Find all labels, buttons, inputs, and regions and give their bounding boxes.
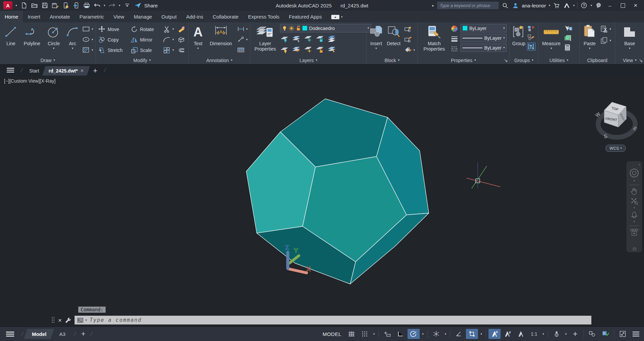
group-selection-toggle-icon[interactable]: [527, 42, 536, 51]
autodesk-logo-icon[interactable]: [563, 2, 570, 9]
object-snap-button[interactable]: [466, 329, 478, 339]
workspace-switching-button[interactable]: [551, 329, 563, 339]
model-tab[interactable]: Model: [26, 329, 52, 339]
fillet-caret[interactable]: ▾: [172, 38, 174, 41]
panel-label-draw[interactable]: Draw▾: [0, 56, 95, 64]
layer-make-current-icon[interactable]: [327, 35, 336, 42]
panel-label-utilities[interactable]: Utilities▾: [538, 56, 579, 64]
properties-panel-launcher-icon[interactable]: [504, 59, 508, 62]
mirror-button[interactable]: Mirror: [140, 37, 161, 42]
layer-unisolate-icon[interactable]: [292, 46, 301, 53]
navbar-close-icon[interactable]: ×: [638, 163, 640, 167]
dimension-button[interactable]: Dimension: [207, 24, 234, 56]
command-bar[interactable]: × ▾: [51, 316, 591, 324]
navigation-wheel-caret[interactable]: ▾: [628, 179, 640, 182]
layer-unlock-state-icon[interactable]: [296, 26, 301, 31]
layer-unlock-icon[interactable]: [315, 46, 324, 53]
dynamic-input-button[interactable]: [381, 329, 393, 339]
file-tab-close-icon[interactable]: ×: [80, 68, 83, 74]
polyline-button[interactable]: Polyline: [22, 24, 42, 56]
annotation-autoscale-button[interactable]: [502, 329, 514, 339]
save-as-icon[interactable]: [52, 2, 59, 9]
leader-caret[interactable]: ▾: [246, 38, 248, 41]
array-caret[interactable]: ▾: [172, 49, 174, 52]
ungroup-icon[interactable]: [527, 25, 536, 32]
layer-off-icon[interactable]: [280, 35, 289, 42]
dimension-linear-caret[interactable]: ▾: [246, 28, 248, 31]
status-customization-menu-icon[interactable]: [630, 329, 642, 339]
app-menu-caret[interactable]: ▾: [16, 4, 17, 7]
share-icon[interactable]: [134, 2, 141, 9]
pan-icon[interactable]: [628, 188, 640, 196]
scale-button[interactable]: Scale: [140, 48, 161, 53]
orbit-icon[interactable]: [628, 211, 640, 219]
command-input[interactable]: [89, 317, 589, 323]
search-collapse-icon[interactable]: ▸: [432, 3, 434, 8]
ribbon-tab-output[interactable]: Output: [157, 11, 181, 22]
layer-on-icon[interactable]: [280, 46, 289, 53]
navigation-bar[interactable]: × ▾ ▾ ▾: [626, 161, 642, 252]
annotation-scale-value[interactable]: 1:1: [528, 329, 540, 339]
close-button[interactable]: ×: [631, 1, 641, 10]
autocad-logo-icon[interactable]: A: [3, 1, 12, 9]
search-box[interactable]: [437, 1, 499, 9]
object-color-dropdown[interactable]: ByLayer ▾: [460, 24, 507, 32]
file-tab-menu-icon[interactable]: [0, 67, 19, 73]
edit-attributes-button[interactable]: ▾: [404, 46, 415, 54]
panel-label-clipboard[interactable]: Clipboard: [580, 56, 615, 64]
paste-button[interactable]: Paste ▾: [582, 24, 597, 56]
file-tab-start[interactable]: Start: [24, 66, 44, 76]
command-input-field[interactable]: ▾: [75, 316, 591, 324]
measure-button[interactable]: Measure ▾: [541, 24, 562, 56]
leader-button[interactable]: ▾: [237, 35, 248, 44]
object-color-icon[interactable]: [451, 25, 458, 32]
cut-caret[interactable]: ▾: [610, 28, 611, 31]
command-bar-grip[interactable]: [51, 317, 55, 323]
rectangle-button[interactable]: ▾: [82, 25, 93, 33]
new-drawing-tab-button[interactable]: +: [88, 66, 102, 76]
erase-icon[interactable]: [177, 26, 186, 33]
quick-select-icon[interactable]: [564, 25, 572, 32]
annotation-scale-caret[interactable]: ▾: [541, 329, 545, 339]
customize-qat-icon[interactable]: [123, 2, 131, 9]
circle-caret[interactable]: ▾: [53, 47, 55, 50]
linetype-icon[interactable]: [451, 45, 458, 53]
app-store-cart-icon[interactable]: [553, 2, 560, 9]
copy-button[interactable]: Copy: [108, 37, 129, 42]
command-customize-wrench-icon[interactable]: [65, 317, 72, 323]
trim-icon[interactable]: [163, 26, 170, 33]
command-prompt-icon[interactable]: [77, 318, 83, 323]
lineweight-icon[interactable]: [451, 35, 458, 42]
ortho-mode-button[interactable]: [394, 329, 407, 339]
graphics-performance-button[interactable]: [599, 329, 612, 339]
zoom-extents-icon[interactable]: [628, 197, 640, 205]
lineweight-dropdown[interactable]: ByLayer ▾: [460, 34, 507, 42]
trim-caret[interactable]: ▾: [172, 28, 174, 31]
object-snap-caret[interactable]: ▾: [479, 329, 483, 339]
save-icon[interactable]: [41, 2, 49, 9]
detect-button[interactable]: Detect: [386, 24, 401, 56]
linetype-dropdown[interactable]: ByLayer ▾: [460, 44, 507, 52]
ribbon-tab-annotate[interactable]: Annotate: [45, 11, 75, 22]
hatch-caret[interactable]: ▾: [91, 49, 93, 52]
explode-icon[interactable]: [177, 36, 186, 44]
ribbon-tab-parametric[interactable]: Parametric: [75, 11, 109, 22]
ribbon-tab-featured-apps[interactable]: Featured Apps: [284, 11, 327, 22]
arc-caret[interactable]: ▾: [72, 47, 74, 50]
match-properties-button[interactable]: Match Properties: [420, 24, 448, 56]
create-block-button[interactable]: [404, 25, 415, 33]
navbar-customize-icon[interactable]: [628, 247, 641, 251]
lineweight-caret[interactable]: ▾: [503, 36, 505, 39]
zoom-caret[interactable]: ▾: [628, 206, 640, 209]
text-button[interactable]: A Text ▾: [191, 24, 205, 56]
drawing-area[interactable]: [−][Custom View][X-Ray] Z Y X: [0, 76, 644, 327]
viewcube[interactable]: W S E TOP FRONT RIGHT: [594, 102, 638, 139]
redo-caret[interactable]: ▾: [119, 4, 120, 7]
move-button[interactable]: Move: [108, 27, 129, 32]
command-recent-caret[interactable]: ▾: [85, 319, 87, 322]
polar-caret[interactable]: ▾: [421, 329, 425, 339]
offset-icon[interactable]: [177, 47, 186, 54]
ribbon-tab-express-tools[interactable]: Express Tools: [243, 11, 284, 22]
cut-button[interactable]: ▾: [600, 25, 611, 33]
clean-screen-button[interactable]: [617, 329, 629, 339]
